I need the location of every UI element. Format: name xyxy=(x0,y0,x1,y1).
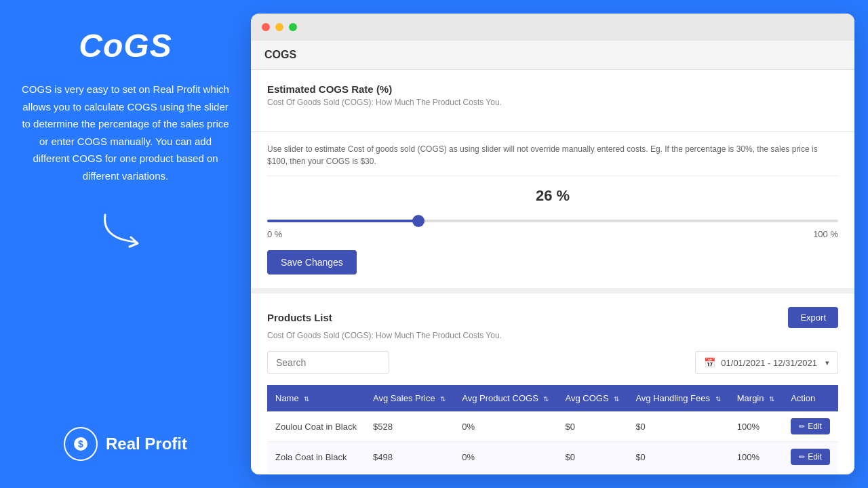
edit-button[interactable]: ✏ Edit xyxy=(791,449,830,465)
cell-avg-product-cogs: 0% xyxy=(454,411,557,442)
cell-avg-cogs: $0 xyxy=(557,411,628,442)
cell-action[interactable]: ✏ Edit xyxy=(783,472,838,475)
products-section: Products List Export Cost Of Goods Sold … xyxy=(251,293,854,474)
table-row: Zipper Jacket $788 0% $0 $0 100% ✏ Edit xyxy=(267,472,838,475)
col-avg-handling-fees[interactable]: Avg Handling Fees ⇅ xyxy=(627,385,728,411)
app-header: COGS xyxy=(251,41,854,70)
table-header: Name ⇅ Avg Sales Price ⇅ Avg Product COG… xyxy=(267,385,838,411)
cell-avg-handling-fees: $0 xyxy=(627,442,728,472)
cell-action[interactable]: ✏ Edit xyxy=(783,442,838,472)
cogs-subtitle: Cost Of Goods Sold (COGS): How Much The … xyxy=(267,98,838,107)
app-description: COGS is very easy to set on Real Profit … xyxy=(20,81,231,184)
slider-max-label: 100 % xyxy=(813,229,838,239)
chevron-down-icon: ▾ xyxy=(825,359,829,367)
date-range-picker[interactable]: 📅 01/01/2021 - 12/31/2021 ▾ xyxy=(695,351,838,374)
col-action: Action xyxy=(783,385,838,411)
arrow-icon xyxy=(98,211,153,252)
edit-icon: ✏ xyxy=(799,453,805,462)
cogs-title: Estimated COGS Rate (%) xyxy=(267,83,838,95)
browser-content: COGS Estimated COGS Rate (%) Cost Of Goo… xyxy=(251,41,854,474)
cell-margin: 100% xyxy=(729,472,783,475)
slider-labels: 0 % 100 % xyxy=(267,229,838,239)
app-brand-title: CoGS xyxy=(79,27,172,64)
edit-icon: ✏ xyxy=(799,422,805,431)
sort-icon-avg-cogs: ⇅ xyxy=(614,395,619,403)
sort-icon-handling-fees: ⇅ xyxy=(715,395,721,403)
col-name[interactable]: Name ⇅ xyxy=(267,385,365,411)
cogs-section-header: Estimated COGS Rate (%) Cost Of Goods So… xyxy=(251,70,854,132)
cell-name: Zipper Jacket xyxy=(267,472,365,475)
cell-action[interactable]: ✏ Edit xyxy=(783,411,838,442)
cell-avg-handling-fees: $0 xyxy=(627,411,728,442)
products-title: Products List xyxy=(267,312,332,323)
table-row: Zola Coat in Black $498 0% $0 $0 100% ✏ … xyxy=(267,442,838,472)
col-avg-sales-price[interactable]: Avg Sales Price ⇅ xyxy=(365,385,454,411)
slider-info-text: Use slider to estimate Cost of goods sol… xyxy=(267,143,838,176)
sort-icon-avg-product-cogs: ⇅ xyxy=(543,395,549,403)
edit-button[interactable]: ✏ Edit xyxy=(791,418,830,434)
brand-logo-icon: $ xyxy=(64,427,98,461)
cogs-slider[interactable] xyxy=(267,220,838,222)
search-input[interactable] xyxy=(267,351,389,374)
col-margin[interactable]: Margin ⇅ xyxy=(729,385,783,411)
sort-icon-avg-sales: ⇅ xyxy=(440,395,446,403)
products-header-row: Products List Export xyxy=(267,307,838,328)
browser-titlebar xyxy=(251,14,854,41)
cell-name: Zola Coat in Black xyxy=(267,442,365,472)
cell-avg-sales-price: $528 xyxy=(365,411,454,442)
save-changes-button[interactable]: Save Changes xyxy=(267,250,357,274)
export-button[interactable]: Export xyxy=(788,307,838,328)
cell-margin: 100% xyxy=(729,442,783,472)
sort-icon-margin: ⇅ xyxy=(769,395,774,403)
sort-icon-name: ⇅ xyxy=(304,395,309,403)
products-table: Name ⇅ Avg Sales Price ⇅ Avg Product COG… xyxy=(267,385,838,474)
arrow-container xyxy=(98,211,153,252)
products-subtitle: Cost Of Goods Sold (COGS): How Much The … xyxy=(267,331,838,340)
cell-avg-handling-fees: $0 xyxy=(627,472,728,475)
svg-text:$: $ xyxy=(78,439,83,449)
slider-min-label: 0 % xyxy=(267,229,282,239)
slider-percentage-display: 26 % xyxy=(267,187,838,205)
cell-avg-cogs: $0 xyxy=(557,472,628,475)
minimize-dot[interactable] xyxy=(275,23,283,31)
cell-avg-product-cogs: 0% xyxy=(454,472,557,475)
table-row: Zoulou Coat in Black $528 0% $0 $0 100% … xyxy=(267,411,838,442)
table-body: Zoulou Coat in Black $528 0% $0 $0 100% … xyxy=(267,411,838,474)
col-avg-product-cogs[interactable]: Avg Product COGS ⇅ xyxy=(454,385,557,411)
slider-section: Use slider to estimate Cost of goods sol… xyxy=(251,132,854,293)
app-header-title: COGS xyxy=(264,49,296,60)
cell-avg-sales-price: $788 xyxy=(365,472,454,475)
cell-avg-product-cogs: 0% xyxy=(454,442,557,472)
brand-name-label: Real Profit xyxy=(106,434,187,453)
maximize-dot[interactable] xyxy=(289,23,297,31)
left-panel: CoGS COGS is very easy to set on Real Pr… xyxy=(0,0,251,488)
cell-avg-sales-price: $498 xyxy=(365,442,454,472)
products-controls: 📅 01/01/2021 - 12/31/2021 ▾ xyxy=(267,351,838,374)
products-title-group: Products List xyxy=(267,312,332,323)
close-dot[interactable] xyxy=(262,23,270,31)
date-range-label: 01/01/2021 - 12/31/2021 xyxy=(721,358,817,368)
calendar-icon: 📅 xyxy=(704,357,715,368)
brand-section: $ Real Profit xyxy=(64,427,187,461)
browser-window: COGS Estimated COGS Rate (%) Cost Of Goo… xyxy=(251,14,854,474)
cell-name: Zoulou Coat in Black xyxy=(267,411,365,442)
cell-avg-cogs: $0 xyxy=(557,442,628,472)
col-avg-cogs[interactable]: Avg COGS ⇅ xyxy=(557,385,628,411)
cell-margin: 100% xyxy=(729,411,783,442)
